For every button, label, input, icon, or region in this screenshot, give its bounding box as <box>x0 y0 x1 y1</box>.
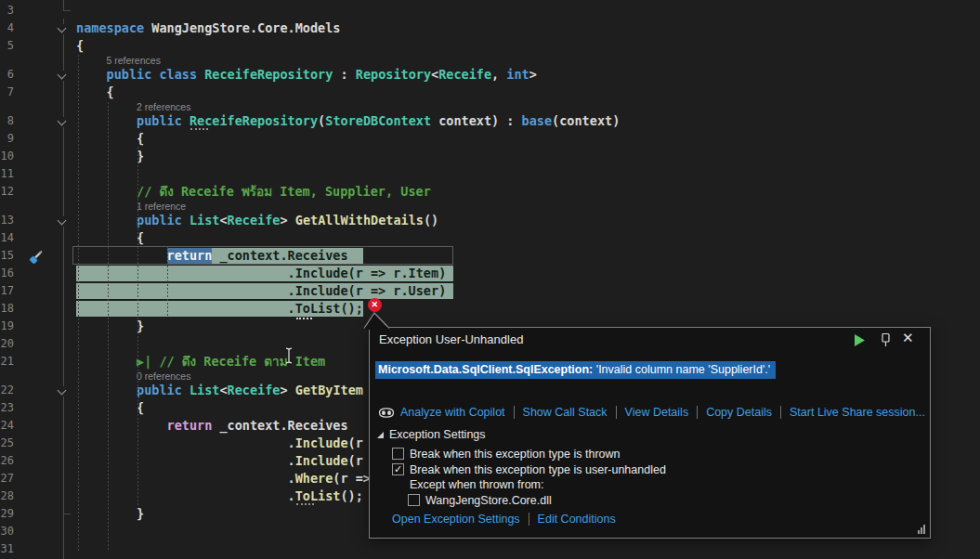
fold-chevron-icon[interactable] <box>57 216 68 227</box>
codelens-references[interactable]: 2 references <box>137 101 190 112</box>
code-token: Receife <box>438 67 491 82</box>
code-text[interactable]: { <box>76 229 144 247</box>
code-text[interactable]: } <box>76 148 144 165</box>
code-token: . <box>76 488 295 503</box>
code-token: Receife <box>228 383 281 397</box>
line-number: 31 <box>0 540 14 558</box>
line-number: 30 <box>0 523 14 540</box>
code-token: List <box>189 213 220 228</box>
code-token: . <box>76 471 295 486</box>
exception-message[interactable]: Microsoft.Data.SqlClient.SqlException: '… <box>375 361 776 379</box>
line-number: 20 <box>0 335 14 353</box>
pin-icon <box>880 332 892 347</box>
code-text[interactable]: { <box>76 84 114 101</box>
code-text[interactable]: public List<Receife> GetAllWithDetails() <box>76 212 438 229</box>
fold-chevron-icon[interactable] <box>57 386 68 396</box>
code-text[interactable]: } <box>76 505 144 523</box>
code-text[interactable]: // ดึง Receife พร้อม Item, Supplier, Use… <box>76 183 431 201</box>
fold-chevron-icon[interactable] <box>57 117 68 127</box>
code-text[interactable]: .Include(r => r.User) <box>76 282 453 300</box>
indent-guide <box>137 147 138 507</box>
code-text[interactable]: .ToList();✕ <box>76 300 382 318</box>
popup-link-start-live-share-session[interactable]: Start Live Share session... <box>790 406 925 419</box>
footer-link-edit-conditions[interactable]: Edit Conditions <box>538 513 616 526</box>
popup-title: Exception User-Unhandled <box>379 332 523 346</box>
code-text[interactable]: { <box>76 37 84 55</box>
copilot-icon <box>378 407 395 419</box>
checkbox-break-when-this-exception-type-is-thrown[interactable] <box>392 448 404 460</box>
code-text[interactable]: return _context.Receives <box>76 417 348 435</box>
code-token <box>76 418 167 433</box>
code-token: context) : <box>431 113 522 128</box>
code-token: . <box>76 300 295 318</box>
popup-link-analyze-with-copilot[interactable]: Analyze with Copilot <box>400 406 505 419</box>
code-text[interactable]: { <box>76 399 144 417</box>
code-text[interactable]: return _context.Receives <box>76 247 363 265</box>
checkbox-wangjengstore-core-dll[interactable] <box>408 494 420 506</box>
footer-link-open-exception-settings[interactable]: Open Exception Settings <box>392 513 520 526</box>
code-text[interactable]: ▶| // ดึง Receife ตาม Item <box>76 353 325 370</box>
code-line: 6 public class ReceifeRepository : Repos… <box>0 66 980 84</box>
line-number: 6 <box>0 66 14 84</box>
code-token: . <box>76 453 295 468</box>
close-button[interactable]: ✕ <box>902 330 914 346</box>
code-token: { <box>76 400 144 415</box>
code-line: 12 // ดึง Receife พร้อม Item, Supplier, … <box>0 183 980 201</box>
popup-link-view-details[interactable]: View Details <box>625 406 689 419</box>
code-token: { <box>76 38 84 53</box>
codelens-references[interactable]: 0 references <box>137 370 190 382</box>
popup-links: Analyze with CopilotShow Call StackView … <box>378 406 934 419</box>
code-token: .Include(r => r.Item) <box>76 265 453 282</box>
code-text[interactable]: public List<Receife> GetByItem <box>76 382 363 399</box>
checkbox-label: Break when this exception type is user-u… <box>410 463 666 476</box>
code-text[interactable]: .Include(r <box>76 435 363 452</box>
code-text[interactable]: .Where(r => <box>76 470 371 488</box>
code-token: StoreDBContext <box>325 113 431 128</box>
line-number: 10 <box>0 148 14 165</box>
code-token: Receife <box>228 213 281 228</box>
exception-settings-label: Exception Settings <box>389 428 486 441</box>
code-token: < <box>431 67 438 82</box>
code-text[interactable]: public class ReceifeRepository : Reposit… <box>76 66 537 84</box>
fold-chevron-icon[interactable] <box>57 71 68 81</box>
vs-editor-window: 34namespace WangJengStore.Core.Models5{5… <box>0 0 980 559</box>
link-separator <box>697 406 698 419</box>
code-token: (r <box>348 453 363 468</box>
code-line: 3 <box>0 2 980 20</box>
popup-link-show-call-stack[interactable]: Show Call Stack <box>523 406 608 419</box>
indent-guide <box>108 102 109 552</box>
code-token: (context) <box>552 113 620 128</box>
code-text[interactable]: { <box>76 130 144 148</box>
line-number: 22 <box>0 382 14 399</box>
code-line: 5{ <box>0 37 980 55</box>
code-token: ReceifeRepository <box>189 112 318 130</box>
exception-settings-header[interactable]: Exception Settings <box>377 428 486 441</box>
codelens-references[interactable]: 1 reference <box>137 201 186 212</box>
code-token: return <box>167 418 213 433</box>
checkbox-row-break-when-this-exception-type-is-user-unhandled: ✓Break when this exception type is user-… <box>392 462 666 476</box>
indent-guide <box>78 55 79 552</box>
code-text[interactable]: .ToList(); <box>76 488 363 505</box>
checkbox-break-when-this-exception-type-is-user-unhandled[interactable]: ✓ <box>392 463 404 475</box>
pin-button[interactable] <box>880 332 892 350</box>
code-text[interactable]: } <box>76 318 144 335</box>
code-token: , <box>491 67 506 82</box>
quick-actions-screwdriver-icon[interactable] <box>29 249 44 264</box>
code-token: > <box>281 383 295 397</box>
exception-popup: Exception User-Unhandled ✕ Microsoft.Dat… <box>369 327 931 539</box>
code-text[interactable]: public ReceifeRepository(StoreDBContext … <box>76 112 620 130</box>
code-token: { <box>76 131 144 146</box>
continue-button[interactable] <box>854 333 866 350</box>
code-text[interactable]: .Include(r => r.Item) <box>76 265 453 282</box>
line-number: 13 <box>0 212 14 229</box>
line-number: 7 <box>0 84 14 101</box>
codelens-references[interactable]: 5 references <box>107 55 161 66</box>
line-number: 24 <box>0 417 14 435</box>
code-token <box>76 113 137 128</box>
code-text[interactable]: namespace WangJengStore.Core.Models <box>76 20 340 37</box>
resize-grip[interactable] <box>918 525 925 534</box>
fold-chevron-icon[interactable] <box>57 24 68 34</box>
popup-link-copy-details[interactable]: Copy Details <box>706 406 772 419</box>
code-token: (); <box>340 488 362 503</box>
code-text[interactable]: .Include(r <box>76 452 363 470</box>
